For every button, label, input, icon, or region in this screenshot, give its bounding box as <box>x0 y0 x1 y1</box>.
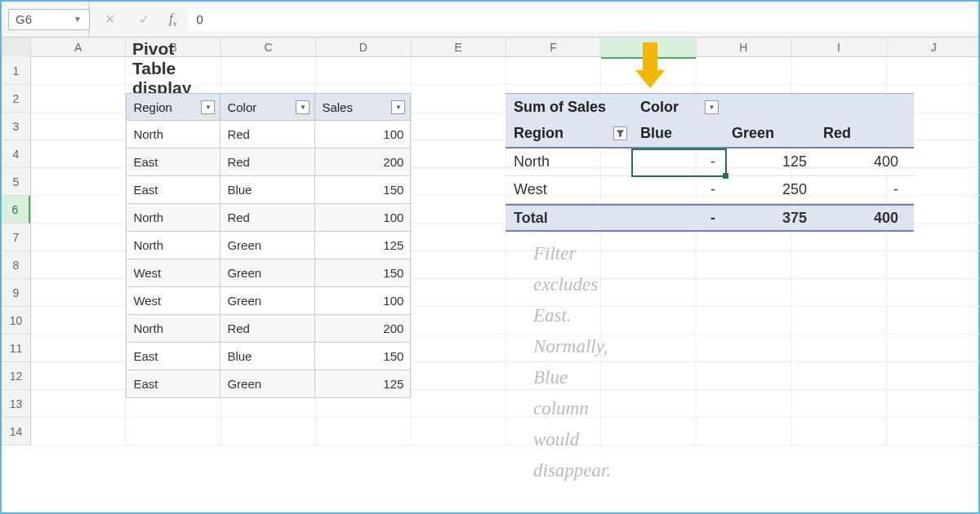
row-header[interactable]: 13 <box>2 390 30 418</box>
table-row[interactable]: EastBlue150 <box>126 176 411 204</box>
table-row[interactable]: EastRed200 <box>126 148 411 176</box>
row-header[interactable]: 3 <box>2 113 30 140</box>
row-header[interactable]: 7 <box>2 224 30 251</box>
col-header[interactable]: A <box>31 38 126 59</box>
table-row[interactable]: EastGreen125 <box>126 370 411 398</box>
dropdown-icon[interactable]: ▼ <box>705 100 719 114</box>
name-box[interactable] <box>8 9 90 30</box>
row-header[interactable]: 5 <box>2 168 30 196</box>
col-header[interactable]: I <box>791 38 886 59</box>
table-row[interactable]: WestGreen100 <box>126 287 411 315</box>
table-row[interactable]: NorthRed100 <box>126 121 411 148</box>
row-header[interactable]: 11 <box>2 335 30 362</box>
pivot-total-value: - <box>632 210 724 227</box>
dropdown-icon[interactable]: ▼ <box>391 100 405 114</box>
confirm-icon[interactable]: ✓ <box>135 10 154 29</box>
row-header[interactable]: 8 <box>2 251 30 279</box>
row-header[interactable]: 4 <box>2 140 30 168</box>
cancel-icon[interactable]: ✕ <box>100 10 120 29</box>
col-header[interactable]: D <box>316 38 411 59</box>
filter-icon[interactable] <box>613 126 627 140</box>
table-row[interactable]: NorthRed200 <box>126 315 411 343</box>
row-header[interactable]: 9 <box>2 279 30 307</box>
fx-icon[interactable]: fx <box>169 11 177 28</box>
table-header-region[interactable]: Region▼ <box>126 93 220 121</box>
pivot-col-blue[interactable]: Blue <box>632 125 724 142</box>
pivot-row-label: West <box>506 181 632 198</box>
dropdown-icon[interactable]: ▼ <box>296 100 310 114</box>
col-header[interactable]: C <box>221 38 316 59</box>
pivot-row[interactable]: West - 250 - <box>506 176 914 204</box>
table-row[interactable]: NorthGreen125 <box>126 232 411 259</box>
pivot-total-value: 375 <box>724 210 815 227</box>
row-header[interactable]: 14 <box>2 418 30 445</box>
pivot-header-row2: Region Blue Green Red <box>506 120 914 148</box>
dropdown-icon[interactable]: ▼ <box>201 100 215 114</box>
pivot-col-green[interactable]: Green <box>724 125 815 142</box>
pivot-total-label: Total <box>506 210 632 227</box>
source-table: Region▼ Color▼ Sales▼ NorthRed100 EastRe… <box>126 93 411 398</box>
arrow-down-icon <box>635 42 665 90</box>
col-header[interactable]: J <box>887 38 980 59</box>
pivot-value: 125 <box>724 153 815 171</box>
pivot-total-value: 400 <box>815 210 906 227</box>
pivot-row-field[interactable]: Region <box>506 125 632 142</box>
col-header[interactable]: E <box>412 38 506 59</box>
col-header[interactable]: H <box>697 38 791 59</box>
select-all-corner[interactable] <box>2 38 31 59</box>
pivot-col-field[interactable]: Color ▼ <box>632 99 724 116</box>
col-header[interactable]: F <box>506 38 601 59</box>
formula-input[interactable] <box>189 8 978 31</box>
pivot-row[interactable]: North - 125 400 <box>506 148 914 176</box>
pivot-col-red[interactable]: Red <box>815 125 906 142</box>
pivot-table: Sum of Sales Color ▼ Region Blue <box>506 93 914 232</box>
row-headers: 1 2 3 4 5 6 7 8 9 10 11 12 13 14 <box>2 57 31 445</box>
annotation-note: Filter excludes East. Normally, Blue col… <box>533 238 611 486</box>
table-header-row: Region▼ Color▼ Sales▼ <box>126 93 411 121</box>
pivot-value: - <box>632 181 724 198</box>
pivot-value: - <box>815 181 906 198</box>
name-box-container: ▼ <box>2 2 89 37</box>
row-header[interactable]: 1 <box>2 57 30 85</box>
table-row[interactable]: WestGreen150 <box>126 259 411 287</box>
row-header[interactable]: 10 <box>2 307 30 335</box>
formula-bar-buttons: ✕ ✓ fx <box>89 2 189 37</box>
pivot-value: 250 <box>724 181 815 198</box>
table-row[interactable]: EastBlue150 <box>126 343 411 370</box>
pivot-total-row: Total - 375 400 <box>506 204 914 232</box>
row-header[interactable]: 12 <box>2 362 30 390</box>
pivot-header-row: Sum of Sales Color ▼ <box>506 93 914 120</box>
row-header[interactable]: 6 <box>2 196 30 224</box>
pivot-value: - <box>632 153 724 171</box>
table-header-color[interactable]: Color▼ <box>220 93 315 121</box>
excel-window: ▼ ✕ ✓ fx A B C D E F G H I J 1 2 3 <box>0 0 980 514</box>
pivot-value: 400 <box>815 153 906 171</box>
spreadsheet-grid[interactable]: A B C D E F G H I J 1 2 3 4 5 6 7 8 9 10 <box>2 38 978 445</box>
pivot-row-label: North <box>506 153 632 171</box>
table-header-sales[interactable]: Sales▼ <box>315 93 411 121</box>
row-header[interactable]: 2 <box>2 85 30 113</box>
pivot-values-label: Sum of Sales <box>506 99 632 116</box>
formula-bar: ▼ ✕ ✓ fx <box>2 2 978 38</box>
table-row[interactable]: NorthRed100 <box>126 204 411 232</box>
